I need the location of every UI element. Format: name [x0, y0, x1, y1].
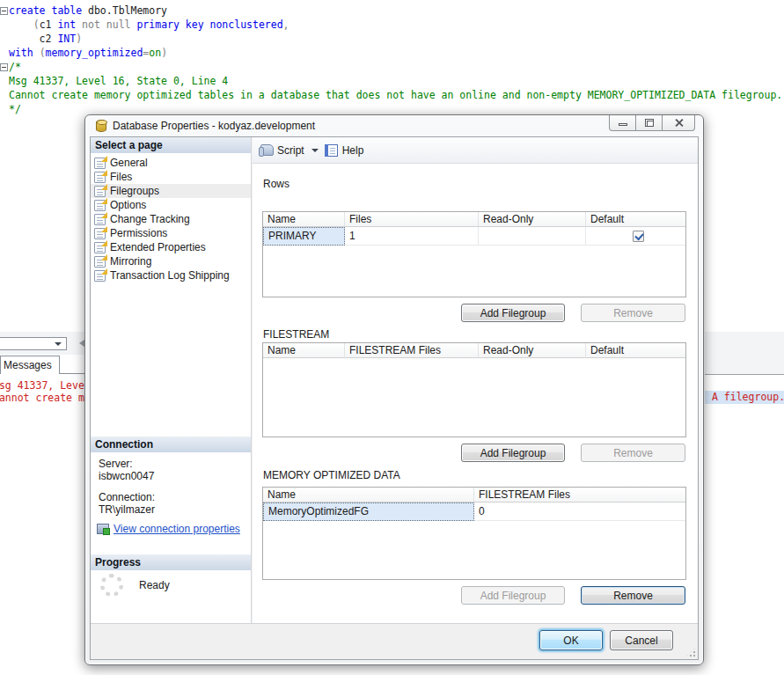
help-button[interactable]: Help	[342, 144, 364, 157]
view-connection-properties-link[interactable]: View connection properties	[114, 523, 240, 535]
filestream-grid-header: Name FILESTREAM Files Read-Only Default	[263, 343, 685, 358]
dialog-footer: OK Cancel	[91, 623, 698, 659]
rows-section-label: Rows	[263, 178, 289, 190]
column-header: FILESTREAM Files	[474, 488, 685, 503]
sidebar-item-extended-properties[interactable]: Extended Properties	[91, 240, 251, 254]
progress-header: Progress	[91, 554, 251, 570]
filestream-grid: Name FILESTREAM Files Read-Only Default	[262, 342, 686, 437]
script-icon	[260, 144, 274, 156]
sidebar-item-filegroups[interactable]: Filegroups	[91, 184, 251, 198]
server-value: isbwcn0047	[99, 470, 154, 482]
code-fold-marker[interactable]	[0, 7, 8, 15]
messages-pane[interactable]: Msg 41337, Level 16, State 0, Line 4 Can…	[0, 378, 84, 407]
results-combobox[interactable]	[0, 337, 67, 350]
code-line: create table dbo.TblMemory	[9, 4, 167, 18]
page-icon	[94, 228, 106, 239]
dialog-body: Select a page General Files Filegroups O…	[90, 136, 699, 660]
code-fold-marker[interactable]	[0, 63, 8, 71]
script-dropdown-icon[interactable]	[311, 149, 319, 152]
memory-optimized-grid: Name FILESTREAM Files MemoryOptimizedFG …	[262, 487, 686, 580]
table-row[interactable]: MemoryOptimizedFG 0	[263, 503, 685, 521]
tab-messages[interactable]: Messages	[0, 356, 60, 374]
code-line: (c1 int not null primary key nonclustere…	[9, 18, 289, 32]
code-line: */	[9, 102, 21, 116]
page-icon	[94, 200, 106, 211]
column-header: Name	[263, 488, 474, 503]
sidebar-item-label: Transaction Log Shipping	[110, 269, 230, 282]
sidebar-item-label: Permissions	[110, 227, 167, 239]
connection-properties-icon	[97, 524, 109, 534]
column-header: Default	[586, 212, 685, 227]
minimize-button[interactable]	[609, 115, 636, 131]
maximize-icon	[645, 119, 654, 127]
database-properties-dialog: Database Properties - kodyaz.development…	[84, 114, 704, 665]
dialog-toolbar: Script Help	[253, 137, 698, 164]
files-count-cell[interactable]: 1	[345, 227, 479, 246]
code-line: c2 INT)	[9, 32, 82, 46]
rows-remove-button: Remove	[581, 304, 685, 322]
sidebar-item-general[interactable]: General	[91, 156, 251, 170]
filestream-section-label: FILESTREAM	[263, 328, 329, 341]
results-toolbar-strip	[705, 332, 784, 375]
default-cell[interactable]	[586, 227, 685, 246]
resize-grip[interactable]	[686, 648, 695, 657]
filegroups-page: Script Help Rows Name Files Read-Only De…	[253, 137, 698, 623]
server-label: Server:	[99, 458, 133, 470]
sidebar-item-label: Files	[110, 171, 132, 183]
page-icon	[94, 256, 106, 268]
column-header: Files	[345, 212, 479, 227]
error-message-fragment: A filegroup.	[705, 391, 784, 404]
tabstrip-divider	[59, 373, 84, 374]
filegroup-name-cell[interactable]: MemoryOptimizedFG	[263, 503, 474, 521]
sidebar-header: Select a page	[91, 137, 251, 153]
dialog-title: Database Properties - kodyaz.development	[113, 120, 315, 132]
sidebar-item-change-tracking[interactable]: Change Tracking	[91, 212, 251, 226]
rows-add-filegroup-button[interactable]: Add Filegroup	[461, 304, 565, 322]
memory-optimized-section-label: MEMORY OPTIMIZED DATA	[263, 469, 400, 481]
sidebar-item-label: Mirroring	[110, 255, 151, 268]
page-icon	[94, 186, 106, 197]
cancel-button[interactable]: Cancel	[610, 630, 673, 650]
script-button[interactable]: Script	[277, 144, 304, 157]
filestream-add-filegroup-button[interactable]: Add Filegroup	[461, 444, 565, 462]
help-icon	[327, 144, 338, 157]
column-header: Read-Only	[479, 212, 586, 227]
read-only-cell[interactable]	[479, 227, 586, 246]
sidebar-item-transaction-log-shipping[interactable]: Transaction Log Shipping	[91, 268, 251, 282]
memory-add-filegroup-button: Add Filegroup	[461, 586, 565, 605]
ok-button[interactable]: OK	[539, 630, 603, 650]
sidebar-item-permissions[interactable]: Permissions	[91, 226, 251, 240]
column-header: Read-Only	[479, 343, 586, 358]
sidebar-item-label: Options	[110, 199, 146, 211]
filestream-files-cell[interactable]: 0	[474, 503, 685, 521]
code-line: /*	[9, 60, 21, 74]
sidebar-item-files[interactable]: Files	[91, 170, 251, 184]
memory-remove-button[interactable]: Remove	[581, 586, 685, 605]
connection-label: Connection:	[99, 491, 155, 503]
rows-grid: Name Files Read-Only Default PRIMARY 1	[262, 211, 686, 297]
close-icon	[674, 118, 684, 128]
column-header: FILESTREAM Files	[345, 343, 479, 358]
filegroup-name-cell[interactable]: PRIMARY	[263, 227, 345, 246]
progress-status: Ready	[139, 579, 170, 591]
database-icon	[96, 120, 106, 132]
sidebar-item-options[interactable]: Options	[91, 198, 251, 212]
maximize-button[interactable]	[635, 115, 663, 131]
sidebar-item-mirroring[interactable]: Mirroring	[91, 254, 251, 268]
code-line: Cannot create memory optimized tables in…	[9, 88, 782, 102]
progress-spinner-icon	[100, 574, 123, 597]
page-icon	[94, 242, 106, 253]
sidebar-item-label: General	[110, 157, 148, 169]
default-checkbox[interactable]	[633, 231, 644, 242]
column-header: Name	[263, 343, 345, 358]
close-button[interactable]	[662, 115, 695, 131]
view-connection-properties[interactable]: View connection properties	[97, 523, 240, 535]
sidebar-item-label: Change Tracking	[110, 213, 190, 225]
ssms-window: create table dbo.TblMemory (c1 int not n…	[0, 0, 784, 675]
rows-grid-header: Name Files Read-Only Default	[263, 212, 685, 227]
sidebar-item-label: Extended Properties	[110, 241, 206, 253]
page-icon	[94, 158, 106, 169]
table-row[interactable]: PRIMARY 1	[263, 227, 685, 246]
filestream-remove-button: Remove	[581, 444, 685, 462]
column-header: Default	[586, 343, 685, 358]
